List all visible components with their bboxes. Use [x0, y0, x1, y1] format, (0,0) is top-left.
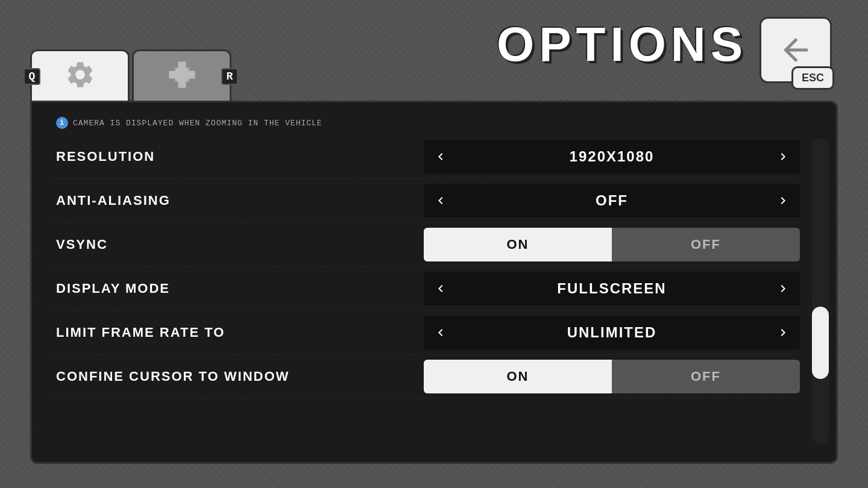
vsync-on-button[interactable]: ON	[424, 228, 612, 261]
main-panel: i CAMERA IS DISPLAYED WHEN ZOOMING IN TH…	[30, 101, 838, 464]
r-key-label: R	[221, 68, 238, 85]
tab-settings[interactable]: Q	[30, 49, 130, 101]
display-mode-arrow-control: FULLSCREEN	[424, 272, 800, 305]
frame-rate-label: LIMIT FRAME RATE TO	[50, 325, 424, 340]
vsync-toggle: ON OFF	[424, 228, 800, 261]
resolution-control: 1920x1080	[424, 140, 800, 174]
confine-cursor-toggle: ON OFF	[424, 360, 800, 393]
anti-aliasing-arrow-control: OFF	[424, 184, 800, 217]
confine-cursor-on-button[interactable]: ON	[424, 360, 612, 393]
top-note: i CAMERA IS DISPLAYED WHEN ZOOMING IN TH…	[50, 108, 800, 135]
tab-bar: Q R	[30, 49, 231, 101]
scrollbar-thumb[interactable]	[812, 307, 829, 379]
settings-container: i CAMERA IS DISPLAYED WHEN ZOOMING IN TH…	[32, 102, 836, 411]
confine-cursor-off-button[interactable]: OFF	[612, 360, 800, 393]
dpad-icon	[166, 59, 198, 93]
gear-icon	[64, 59, 96, 93]
setting-row-display-mode: DISPLAY MODE FULLSCREEN	[50, 267, 800, 311]
setting-row-resolution: RESOLUTION 1920x1080	[50, 135, 800, 179]
setting-row-frame-rate: LIMIT FRAME RATE TO UNLIMITED	[50, 311, 800, 355]
frame-rate-arrow-control: UNLIMITED	[424, 316, 800, 349]
scrollbar[interactable]	[812, 139, 829, 444]
info-icon: i	[56, 117, 68, 129]
display-mode-control: FULLSCREEN	[424, 272, 800, 305]
display-mode-value: FULLSCREEN	[451, 280, 772, 297]
setting-row-anti-aliasing: ANTI-ALIASING OFF	[50, 179, 800, 223]
resolution-prev-button[interactable]	[430, 146, 451, 167]
q-key-label: Q	[24, 68, 40, 85]
vsync-off-button[interactable]: OFF	[612, 228, 800, 261]
frame-rate-value: UNLIMITED	[451, 324, 772, 341]
tab-controls[interactable]: R	[132, 49, 231, 101]
anti-aliasing-label: ANTI-ALIASING	[50, 193, 424, 208]
vsync-control: ON OFF	[424, 228, 800, 261]
frame-rate-control: UNLIMITED	[424, 316, 800, 349]
resolution-value: 1920x1080	[451, 148, 772, 165]
setting-row-confine-cursor: CONFINE CURSOR TO WINDOW ON OFF	[50, 355, 800, 399]
vsync-label: VSYNC	[50, 237, 424, 252]
resolution-arrow-control: 1920x1080	[424, 140, 800, 174]
anti-aliasing-value: OFF	[451, 192, 772, 209]
setting-row-vsync: VSYNC ON OFF	[50, 223, 800, 267]
display-mode-prev-button[interactable]	[430, 278, 451, 299]
anti-aliasing-prev-button[interactable]	[430, 190, 451, 211]
anti-aliasing-next-button[interactable]	[772, 190, 794, 211]
confine-cursor-label: CONFINE CURSOR TO WINDOW	[50, 369, 424, 384]
display-mode-label: DISPLAY MODE	[50, 281, 424, 296]
frame-rate-next-button[interactable]	[772, 322, 794, 343]
page-title: OPTIONS	[497, 17, 747, 72]
display-mode-next-button[interactable]	[772, 278, 794, 299]
esc-button[interactable]: ESC	[791, 66, 834, 90]
resolution-label: RESOLUTION	[50, 149, 424, 164]
resolution-next-button[interactable]	[772, 146, 794, 167]
frame-rate-prev-button[interactable]	[430, 322, 451, 343]
confine-cursor-control: ON OFF	[424, 360, 800, 393]
anti-aliasing-control: OFF	[424, 184, 800, 217]
